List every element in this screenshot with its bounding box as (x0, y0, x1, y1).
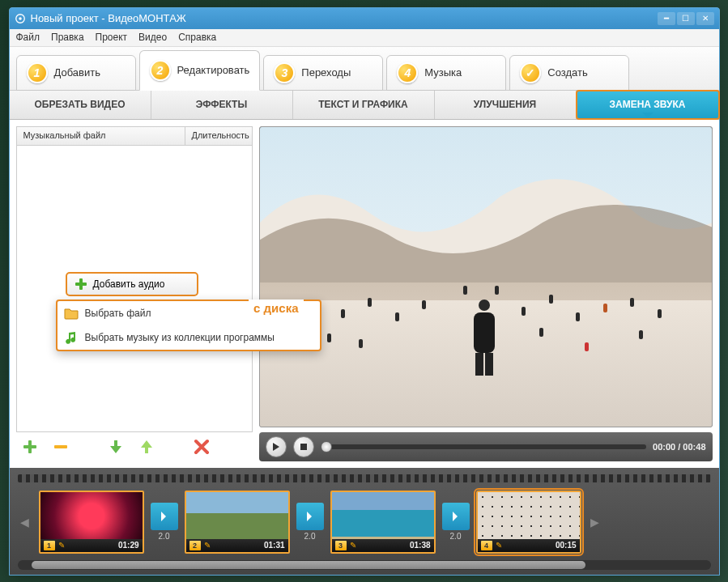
clips-row: ◀ 1✎01:29 2.0 2✎01:31 2.0 3✎01:38 2.0 4✎… (18, 487, 711, 557)
transition-3[interactable] (442, 503, 470, 530)
content-area: Музыкальный файл Длительность Добавить а… (10, 120, 719, 468)
add-button[interactable] (19, 436, 40, 457)
stop-button[interactable] (293, 436, 314, 457)
music-note-icon (64, 330, 79, 345)
seek-thumb[interactable] (321, 441, 332, 452)
menubar: Файл Правка Проект Видео Справка (10, 29, 719, 47)
step-create[interactable]: Создать (509, 55, 629, 91)
menu-video[interactable]: Видео (138, 32, 167, 43)
step-add[interactable]: 1Добавить (16, 55, 136, 91)
subtab-text[interactable]: ТЕКСТ И ГРАФИКА (293, 91, 435, 119)
step-badge-1: 1 (27, 62, 48, 83)
edit-icon[interactable]: ✎ (350, 541, 356, 550)
transition-duration: 2.0 (159, 532, 170, 541)
column-duration[interactable]: Длительность (185, 127, 252, 145)
video-preview[interactable] (259, 126, 713, 427)
move-up-button[interactable] (136, 436, 157, 457)
menu-project[interactable]: Проект (96, 32, 128, 43)
svg-rect-7 (300, 444, 307, 450)
audio-panel: Музыкальный файл Длительность Добавить а… (16, 126, 253, 461)
step-edit[interactable]: 2Редактировать (139, 50, 261, 91)
timeline: ◀ 1✎01:29 2.0 2✎01:31 2.0 3✎01:38 2.0 4✎… (10, 468, 719, 575)
transition-2[interactable] (296, 503, 324, 530)
step-label: Редактировать (177, 64, 250, 76)
editor-subtabs: ОБРЕЗАТЬ ВИДЕО ЭФФЕКТЫ ТЕКСТ И ГРАФИКА У… (10, 91, 719, 120)
audio-list[interactable]: Добавить аудио с диска Выбрать файл Выбр… (16, 146, 253, 432)
clip-1[interactable]: 1✎01:29 (39, 491, 144, 554)
remove-button[interactable] (50, 436, 71, 457)
step-badge-2: 2 (150, 60, 171, 81)
transition-1[interactable] (151, 503, 178, 530)
subtab-enhance[interactable]: УЛУЧШЕНИЯ (435, 91, 577, 119)
plus-icon (74, 277, 88, 291)
transition-duration: 2.0 (304, 532, 316, 541)
step-label: Музыка (424, 66, 462, 79)
add-audio-label: Добавить аудио (93, 278, 165, 290)
step-badge-3: 3 (274, 62, 295, 83)
subtab-trim[interactable]: ОБРЕЗАТЬ ВИДЕО (10, 91, 151, 119)
menu-file[interactable]: Файл (16, 32, 40, 43)
timeline-scrollbar[interactable] (18, 560, 711, 570)
step-label: Переходы (301, 66, 351, 79)
clip-3[interactable]: 3✎01:38 (330, 491, 436, 554)
minimize-button[interactable]: ━ (658, 12, 675, 25)
menu-help[interactable]: Справка (178, 32, 216, 43)
menu-edit[interactable]: Правка (51, 32, 84, 43)
clip-2[interactable]: 2✎01:31 (185, 491, 290, 554)
scrollbar-thumb[interactable] (32, 561, 586, 569)
svg-rect-3 (75, 283, 87, 286)
menu-item-label: Выбрать музыку из коллекции программы (85, 332, 275, 343)
time-display: 00:00 / 00:48 (653, 442, 705, 452)
step-label: Добавить (54, 66, 100, 79)
clip-4[interactable]: 4✎00:15 (476, 491, 581, 554)
seek-bar[interactable] (321, 444, 647, 449)
preview-panel: 00:00 / 00:48 (259, 126, 713, 461)
audio-list-header: Музыкальный файл Длительность (16, 126, 253, 146)
folder-icon (64, 306, 79, 321)
edit-icon[interactable]: ✎ (496, 541, 502, 550)
subtab-effects[interactable]: ЭФФЕКТЫ (151, 91, 293, 119)
edit-icon[interactable]: ✎ (204, 541, 211, 550)
edit-icon[interactable]: ✎ (58, 541, 65, 550)
window-title: Новый проект - ВидеоМОНТАЖ (31, 12, 186, 24)
menu-item-label: Выбрать файл (85, 308, 151, 319)
person-figure (467, 299, 501, 372)
film-strip-decoration (18, 474, 711, 482)
close-button[interactable]: ✕ (696, 12, 714, 25)
add-audio-button[interactable]: Добавить аудио (66, 272, 198, 296)
wizard-steps: 1Добавить 2Редактировать 3Переходы 4Музы… (10, 47, 719, 91)
scroll-left-button[interactable]: ◀ (18, 498, 32, 546)
app-window: Новый проект - ВидеоМОНТАЖ ━ ☐ ✕ Файл Пр… (9, 7, 720, 576)
step-badge-4: 4 (397, 62, 418, 83)
svg-rect-5 (23, 445, 36, 448)
step-transitions[interactable]: 3Переходы (263, 55, 383, 91)
scroll-right-button[interactable]: ▶ (588, 498, 602, 546)
column-file[interactable]: Музыкальный файл (17, 127, 185, 145)
player-controls: 00:00 / 00:48 (259, 432, 713, 461)
move-down-button[interactable] (105, 436, 126, 457)
add-audio-menu: с диска Выбрать файл Выбрать музыку из к… (56, 299, 321, 351)
svg-point-1 (19, 17, 22, 20)
step-music[interactable]: 4Музыка (386, 55, 506, 91)
play-button[interactable] (266, 436, 287, 457)
maximize-button[interactable]: ☐ (677, 12, 695, 25)
step-label: Создать (547, 66, 587, 79)
app-icon (15, 13, 26, 24)
menu-choose-from-collection[interactable]: Выбрать музыку из коллекции программы (57, 325, 320, 350)
step-badge-check (520, 62, 541, 83)
annotation-from-disk: с диска (249, 299, 303, 316)
transition-duration: 2.0 (450, 532, 462, 541)
subtab-replace-audio[interactable]: ЗАМЕНА ЗВУКА (576, 90, 720, 120)
titlebar[interactable]: Новый проект - ВидеоМОНТАЖ ━ ☐ ✕ (10, 8, 719, 29)
audio-toolbar (16, 432, 253, 461)
delete-button[interactable] (191, 436, 212, 457)
svg-rect-6 (54, 445, 67, 448)
